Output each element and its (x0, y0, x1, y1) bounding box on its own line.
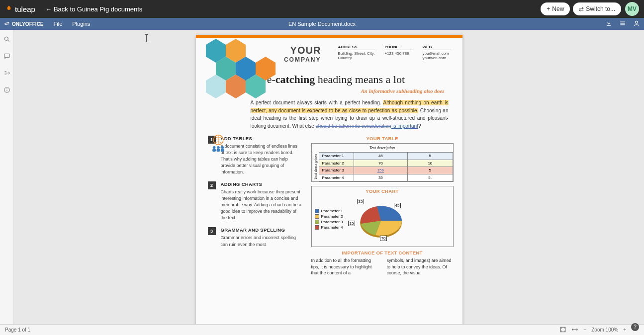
user-icon[interactable] (633, 20, 640, 28)
pie-chart: 45 70 15 35 (347, 196, 412, 244)
page-indicator: Page 1 of 1 (5, 327, 30, 333)
contact-address: ADDRESS Building, Street, City, Country (338, 45, 374, 60)
table-title: YOUR TABLE (311, 136, 454, 141)
table-row: Parameter 27010 (319, 160, 453, 167)
onlyoffice-brand: ONLYOFFICE (4, 21, 44, 27)
search-icon[interactable] (3, 36, 10, 45)
globe-people-icon (208, 132, 229, 155)
chart-box: YOUR CHART Parameter 1 Parameter 2 Param… (311, 186, 454, 247)
svg-point-19 (217, 146, 220, 149)
contact-phone: PHONE +123 456 789 (385, 45, 413, 60)
status-bar: Page 1 of 1 − Zoom 100% + ? (0, 324, 644, 335)
document-name: EN Sample Document.docx (288, 21, 356, 27)
svg-rect-22 (216, 149, 220, 152)
importance-columns: In addition to all the formatting tips, … (311, 257, 454, 276)
side-toolbar (0, 30, 14, 324)
svg-line-4 (7, 40, 9, 42)
navigation-icon[interactable] (3, 70, 10, 79)
new-button[interactable]: + New (541, 2, 570, 15)
plus-icon: + (547, 5, 550, 12)
zoom-out-icon[interactable]: − (583, 327, 586, 333)
menu-plugins[interactable]: Plugins (72, 21, 90, 27)
body-columns: 1 ADD TABLES A document consisting of en… (196, 133, 462, 276)
strikethrough-text: should be taken into consideration (316, 123, 391, 129)
tuleap-topbar: tuleap ← Back to Guinea Pig documents + … (0, 0, 644, 18)
switch-button[interactable]: ⇄ Switch to... (573, 2, 621, 15)
svg-point-8 (6, 88, 7, 89)
contact-web: WEB you@mail.com yourweb.com (423, 45, 451, 60)
app-logo: tuleap (5, 5, 35, 13)
section-grammar-spelling: 3 GRAMMAR AND SPELLING Grammar errors an… (208, 227, 302, 248)
arrow-left-icon: ← (45, 5, 52, 13)
sample-table: Text description Text description Parame… (311, 143, 454, 182)
menu-file[interactable]: File (54, 21, 63, 27)
svg-rect-5 (4, 54, 9, 57)
fit-page-icon[interactable] (559, 326, 566, 334)
back-label: Back to Guinea Pig documents (54, 5, 143, 13)
right-column: YOUR TABLE Text description Text descrip… (311, 136, 454, 276)
document-stage[interactable]: YOUR COMPANY ADDRESS Building, Street, C… (14, 30, 644, 324)
svg-point-20 (221, 146, 224, 149)
contact-columns: ADDRESS Building, Street, City, Country … (338, 45, 450, 60)
svg-point-3 (4, 37, 8, 40)
editor-menubar: ONLYOFFICE File Plugins EN Sample Docume… (0, 18, 644, 30)
fit-width-icon[interactable] (571, 326, 578, 334)
section-adding-charts: 2 ADDING CHARTS Charts really work becau… (208, 181, 302, 221)
help-icon[interactable]: ? (631, 323, 639, 331)
hex-graphic (196, 36, 305, 105)
comments-icon[interactable] (3, 53, 10, 62)
table-row: Parameter 4355- (319, 174, 453, 181)
download-icon[interactable] (605, 20, 612, 28)
shuffle-icon: ⇄ (579, 5, 584, 12)
inserted-text: is important (391, 123, 418, 129)
svg-rect-1 (5, 23, 9, 25)
importance-title: IMPORTANCE OF TEXT CONTENT (311, 250, 454, 255)
menu-icon[interactable] (619, 20, 626, 28)
left-column: 1 ADD TABLES A document consisting of en… (208, 136, 302, 276)
avatar[interactable]: MV (625, 2, 639, 16)
table-row: Parameter 31565 (319, 167, 453, 174)
back-link[interactable]: ← Back to Guinea Pig documents (45, 5, 143, 13)
info-icon[interactable] (3, 86, 10, 95)
page-header: YOUR COMPANY ADDRESS Building, Street, C… (196, 38, 462, 68)
svg-rect-0 (4, 22, 9, 24)
svg-rect-23 (220, 149, 224, 152)
svg-rect-21 (212, 149, 216, 152)
text-cursor-icon (146, 35, 147, 42)
chart-title: YOUR CHART (315, 188, 450, 194)
app-name: tuleap (15, 5, 35, 13)
svg-point-18 (212, 146, 215, 149)
table-row: Parameter 1455 (319, 153, 453, 160)
svg-point-2 (636, 21, 638, 23)
document-page[interactable]: YOUR COMPANY ADDRESS Building, Street, C… (196, 35, 462, 324)
zoom-in-icon[interactable]: + (623, 327, 626, 333)
zoom-label[interactable]: Zoom 100% (591, 327, 618, 333)
chart-legend: Parameter 1 Parameter 2 Parameter 3 Para… (315, 209, 343, 231)
